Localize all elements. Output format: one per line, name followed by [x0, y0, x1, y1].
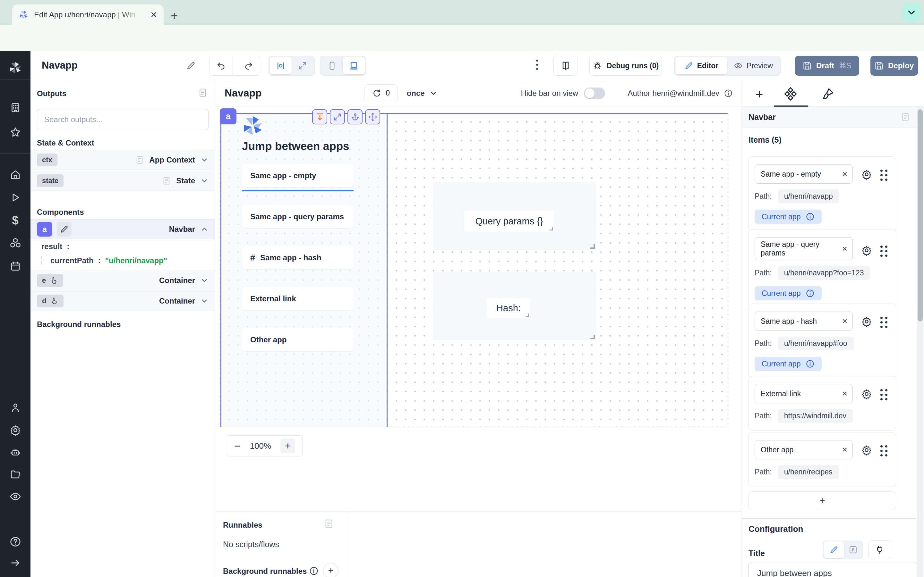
new-tab-button[interactable]: + [171, 9, 178, 23]
window-chevron-button[interactable] [902, 3, 921, 22]
item-label-input[interactable]: Same app - query params × [754, 237, 853, 260]
item-label-input[interactable]: Same app - empty × [754, 164, 853, 184]
info-icon[interactable] [806, 212, 814, 221]
navbar-component[interactable]: Jump between apps Same app - empty Same … [220, 113, 387, 427]
header-kebab-menu[interactable] [533, 57, 541, 73]
scrollbar-track[interactable] [917, 107, 923, 577]
drag-handle-icon[interactable] [880, 445, 888, 456]
undo-button[interactable] [210, 56, 233, 75]
users-person-icon[interactable] [10, 402, 21, 414]
drag-handle-icon[interactable] [880, 169, 888, 181]
query-params-container[interactable]: Query params {} [433, 182, 596, 250]
zoom-in-button[interactable]: + [280, 438, 295, 453]
state-badge[interactable]: state [37, 174, 63, 187]
desktop-view-button[interactable] [343, 57, 365, 74]
static-mode-pencil-button[interactable] [824, 542, 844, 558]
nav-item-external-link[interactable]: External link [242, 287, 354, 310]
move-handle[interactable] [365, 109, 380, 124]
hash-container[interactable]: Hash: [433, 272, 596, 340]
component-d-badge[interactable]: d [37, 295, 63, 308]
refresh-count-button[interactable]: 0 [365, 84, 398, 102]
clear-label-icon[interactable]: × [839, 316, 851, 326]
drag-handle-icon[interactable] [880, 389, 888, 400]
ctx-badge[interactable]: ctx [37, 153, 57, 166]
doc-panel-icon[interactable] [901, 112, 910, 122]
info-icon[interactable] [724, 89, 733, 98]
windmill-logo-icon[interactable] [8, 61, 23, 75]
mobile-view-button[interactable] [321, 57, 343, 74]
resize-corner-icon[interactable] [590, 244, 595, 249]
audit-eye-icon[interactable] [9, 490, 21, 503]
item-settings-gear-icon[interactable] [861, 445, 872, 456]
home-icon[interactable] [10, 169, 21, 181]
hash-text-box[interactable]: Hash: [487, 298, 530, 318]
workers-robot-icon[interactable] [10, 447, 21, 458]
debug-runs-button[interactable]: Debug runs (0) [590, 56, 662, 76]
collapse-arrow-icon[interactable] [10, 558, 21, 568]
centered-layout-button[interactable] [270, 57, 292, 74]
add-item-button[interactable]: + [748, 492, 896, 510]
component-id-tag[interactable]: a [220, 108, 236, 124]
docs-book-button[interactable] [553, 56, 578, 76]
edit-id-pencil[interactable] [57, 222, 71, 237]
clear-label-icon[interactable]: × [839, 388, 851, 399]
component-a-badge[interactable]: a [37, 222, 52, 237]
schedules-calendar-icon[interactable] [10, 260, 21, 272]
chevron-down-icon[interactable] [200, 177, 208, 185]
settings-gear-icon[interactable] [10, 424, 21, 436]
info-icon[interactable] [309, 566, 318, 576]
tab-component-settings-diamond-icon[interactable] [784, 87, 797, 101]
chevron-down-icon[interactable] [200, 276, 208, 285]
deploy-button[interactable]: Deploy [871, 56, 918, 76]
clear-label-icon[interactable]: × [839, 243, 851, 254]
runs-play-icon[interactable] [10, 192, 21, 203]
clear-label-icon[interactable]: × [839, 445, 851, 455]
clear-label-icon[interactable]: × [839, 169, 851, 179]
component-e-row[interactable]: e Container [31, 271, 215, 290]
zoom-out-button[interactable]: − [234, 440, 241, 452]
item-settings-gear-icon[interactable] [861, 388, 872, 400]
drag-handle-icon[interactable] [880, 317, 888, 328]
info-icon[interactable] [806, 289, 814, 298]
query-params-text-box[interactable]: Query params {} [464, 211, 554, 232]
search-outputs-input[interactable] [37, 109, 208, 130]
ctx-row[interactable]: ctx App Context [31, 150, 215, 170]
expand-handle[interactable] [330, 109, 345, 124]
state-row[interactable]: state State [31, 171, 215, 191]
item-settings-gear-icon[interactable] [861, 245, 872, 256]
workspace-building-icon[interactable] [10, 102, 21, 113]
title-input[interactable]: Jump between apps [748, 562, 917, 577]
expression-mode-f-button[interactable] [844, 542, 862, 558]
nav-item-same-app-empty[interactable]: Same app - empty [242, 164, 354, 187]
doc-panel-icon[interactable] [198, 88, 208, 97]
connect-plug-button[interactable] [868, 540, 891, 559]
add-background-runnable-button[interactable]: + [323, 563, 338, 577]
resources-cubes-icon[interactable] [9, 237, 21, 249]
resize-corner-icon[interactable] [526, 314, 529, 317]
draft-button[interactable]: Draft ⌘S [795, 56, 859, 76]
variables-dollar-icon[interactable]: $ [12, 214, 18, 227]
component-a-row[interactable]: a Navbar [31, 219, 215, 239]
chevron-down-icon[interactable] [200, 297, 208, 305]
fullwidth-layout-button[interactable] [292, 57, 313, 74]
canvas-grid[interactable]: Jump between apps Same app - empty Same … [220, 113, 728, 426]
item-settings-gear-icon[interactable] [861, 169, 872, 180]
tab-close-icon[interactable]: ✕ [150, 10, 157, 20]
chevron-down-icon[interactable] [200, 156, 208, 164]
resize-corner-icon[interactable] [549, 227, 553, 230]
nav-item-other-app[interactable]: Other app [242, 328, 354, 351]
component-d-row[interactable]: d Container [31, 291, 215, 311]
anchor-handle[interactable] [347, 109, 363, 124]
hide-bar-toggle[interactable] [584, 87, 605, 99]
resize-corner-icon[interactable] [590, 335, 595, 339]
editor-tab[interactable]: Editor [675, 57, 727, 74]
item-label-input[interactable]: Other app × [754, 440, 853, 459]
item-label-input[interactable]: Same app - hash × [754, 311, 853, 331]
help-question-icon[interactable] [9, 536, 21, 548]
nav-item-same-app-hash[interactable]: # Same app - hash [242, 246, 354, 269]
tab-styling-brush-icon[interactable] [821, 87, 835, 101]
redo-button[interactable] [237, 56, 260, 75]
drag-handle-icon[interactable] [880, 245, 888, 257]
favorites-star-icon[interactable] [9, 126, 21, 139]
scrollbar-thumb[interactable] [918, 109, 923, 322]
